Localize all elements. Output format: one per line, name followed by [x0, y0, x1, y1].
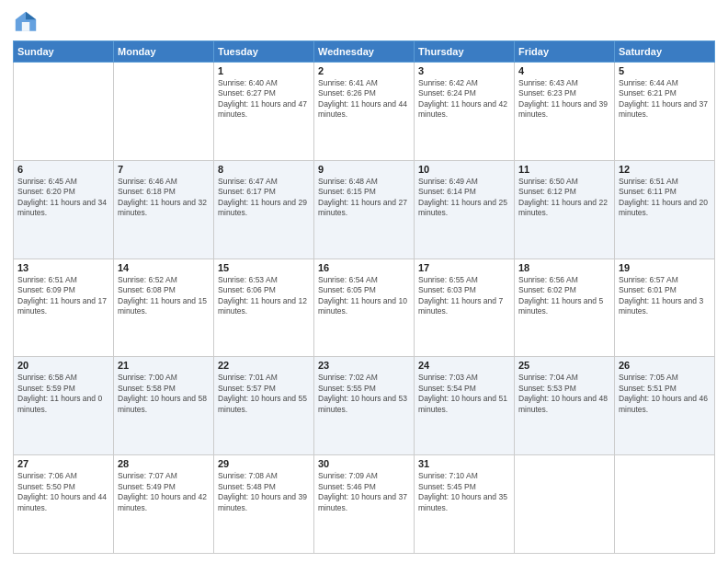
calendar-cell: 24Sunrise: 7:03 AMSunset: 5:54 PMDayligh… [415, 357, 515, 455]
cell-day-number: 8 [218, 164, 310, 175]
calendar-cell: 12Sunrise: 6:51 AMSunset: 6:11 PMDayligh… [615, 160, 715, 259]
calendar-cell [14, 63, 114, 161]
svg-marker-1 [26, 12, 36, 19]
calendar-cell [114, 63, 214, 161]
cell-day-number: 25 [518, 360, 610, 371]
cell-info: Sunrise: 6:40 AMSunset: 6:27 PMDaylight:… [218, 78, 310, 121]
calendar-cell: 10Sunrise: 6:49 AMSunset: 6:14 PMDayligh… [415, 160, 515, 259]
col-header-wednesday: Wednesday [314, 41, 415, 63]
calendar-cell: 5Sunrise: 6:44 AMSunset: 6:21 PMDaylight… [615, 63, 715, 161]
cell-info: Sunrise: 7:06 AMSunset: 5:50 PMDaylight:… [17, 471, 109, 513]
cell-info: Sunrise: 7:04 AMSunset: 5:53 PMDaylight:… [518, 373, 610, 415]
cell-day-number: 16 [318, 262, 410, 273]
cell-info: Sunrise: 6:57 AMSunset: 6:01 PMDaylight:… [619, 275, 711, 317]
calendar-cell: 2Sunrise: 6:41 AMSunset: 6:26 PMDaylight… [314, 63, 415, 161]
cell-day-number: 4 [518, 65, 610, 76]
cell-info: Sunrise: 6:54 AMSunset: 6:05 PMDaylight:… [318, 275, 410, 317]
cell-info: Sunrise: 6:47 AMSunset: 6:17 PMDaylight:… [218, 177, 310, 219]
cell-day-number: 7 [118, 164, 210, 175]
calendar-cell: 25Sunrise: 7:04 AMSunset: 5:53 PMDayligh… [515, 357, 615, 455]
week-row-1: 1Sunrise: 6:40 AMSunset: 6:27 PMDaylight… [14, 63, 715, 161]
col-header-saturday: Saturday [615, 41, 715, 63]
cell-day-number: 28 [118, 458, 210, 469]
calendar-cell: 6Sunrise: 6:45 AMSunset: 6:20 PMDaylight… [14, 160, 114, 259]
calendar-cell: 31Sunrise: 7:10 AMSunset: 5:45 PMDayligh… [415, 455, 515, 554]
cell-day-number: 3 [418, 65, 510, 76]
cell-info: Sunrise: 7:07 AMSunset: 5:49 PMDaylight:… [118, 471, 210, 513]
cell-info: Sunrise: 6:56 AMSunset: 6:02 PMDaylight:… [518, 275, 610, 317]
calendar-cell: 16Sunrise: 6:54 AMSunset: 6:05 PMDayligh… [314, 259, 415, 357]
week-row-3: 13Sunrise: 6:51 AMSunset: 6:09 PMDayligh… [14, 259, 715, 357]
cell-info: Sunrise: 6:50 AMSunset: 6:12 PMDaylight:… [518, 177, 610, 219]
week-row-4: 20Sunrise: 6:58 AMSunset: 5:59 PMDayligh… [14, 357, 715, 455]
logo [13, 9, 42, 35]
week-row-5: 27Sunrise: 7:06 AMSunset: 5:50 PMDayligh… [14, 455, 715, 554]
cell-info: Sunrise: 6:52 AMSunset: 6:08 PMDaylight:… [118, 275, 210, 317]
calendar-cell: 14Sunrise: 6:52 AMSunset: 6:08 PMDayligh… [114, 259, 214, 357]
cell-info: Sunrise: 6:58 AMSunset: 5:59 PMDaylight:… [17, 373, 109, 415]
cell-day-number: 15 [218, 262, 310, 273]
calendar-cell: 27Sunrise: 7:06 AMSunset: 5:50 PMDayligh… [14, 455, 114, 554]
cell-info: Sunrise: 7:03 AMSunset: 5:54 PMDaylight:… [418, 373, 510, 415]
cell-day-number: 1 [218, 65, 310, 76]
calendar-cell: 17Sunrise: 6:55 AMSunset: 6:03 PMDayligh… [415, 259, 515, 357]
cell-info: Sunrise: 7:01 AMSunset: 5:57 PMDaylight:… [218, 373, 310, 415]
calendar-cell: 3Sunrise: 6:42 AMSunset: 6:24 PMDaylight… [415, 63, 515, 161]
cell-info: Sunrise: 7:02 AMSunset: 5:55 PMDaylight:… [318, 373, 410, 415]
cell-day-number: 27 [17, 458, 109, 469]
cell-info: Sunrise: 6:49 AMSunset: 6:14 PMDaylight:… [418, 177, 510, 219]
calendar-cell [515, 455, 615, 554]
cell-day-number: 26 [619, 360, 711, 371]
cell-day-number: 9 [318, 164, 410, 175]
svg-rect-2 [22, 22, 29, 31]
cell-info: Sunrise: 6:46 AMSunset: 6:18 PMDaylight:… [118, 177, 210, 219]
calendar-header: SundayMondayTuesdayWednesdayThursdayFrid… [14, 41, 715, 63]
col-header-friday: Friday [515, 41, 615, 63]
header [13, 9, 715, 35]
cell-day-number: 20 [17, 360, 109, 371]
cell-info: Sunrise: 7:10 AMSunset: 5:45 PMDaylight:… [418, 471, 510, 513]
calendar-cell: 9Sunrise: 6:48 AMSunset: 6:15 PMDaylight… [314, 160, 415, 259]
calendar-cell: 13Sunrise: 6:51 AMSunset: 6:09 PMDayligh… [14, 259, 114, 357]
cell-info: Sunrise: 6:42 AMSunset: 6:24 PMDaylight:… [418, 78, 510, 121]
cell-day-number: 31 [418, 458, 510, 469]
calendar-cell: 20Sunrise: 6:58 AMSunset: 5:59 PMDayligh… [14, 357, 114, 455]
cell-info: Sunrise: 6:41 AMSunset: 6:26 PMDaylight:… [318, 78, 410, 121]
cell-info: Sunrise: 6:51 AMSunset: 6:09 PMDaylight:… [17, 275, 109, 317]
calendar-cell: 7Sunrise: 6:46 AMSunset: 6:18 PMDaylight… [114, 160, 214, 259]
cell-day-number: 22 [218, 360, 310, 371]
page: SundayMondayTuesdayWednesdayThursdayFrid… [0, 0, 728, 563]
calendar-cell: 29Sunrise: 7:08 AMSunset: 5:48 PMDayligh… [214, 455, 314, 554]
calendar-cell: 21Sunrise: 7:00 AMSunset: 5:58 PMDayligh… [114, 357, 214, 455]
calendar-cell: 22Sunrise: 7:01 AMSunset: 5:57 PMDayligh… [214, 357, 314, 455]
cell-day-number: 18 [518, 262, 610, 273]
calendar-cell: 8Sunrise: 6:47 AMSunset: 6:17 PMDaylight… [214, 160, 314, 259]
calendar-cell: 4Sunrise: 6:43 AMSunset: 6:23 PMDaylight… [515, 63, 615, 161]
cell-day-number: 6 [17, 164, 109, 175]
cell-info: Sunrise: 6:53 AMSunset: 6:06 PMDaylight:… [218, 275, 310, 317]
cell-info: Sunrise: 6:45 AMSunset: 6:20 PMDaylight:… [17, 177, 109, 219]
cell-info: Sunrise: 7:08 AMSunset: 5:48 PMDaylight:… [218, 471, 310, 513]
col-header-sunday: Sunday [14, 41, 114, 63]
week-row-2: 6Sunrise: 6:45 AMSunset: 6:20 PMDaylight… [14, 160, 715, 259]
cell-day-number: 19 [619, 262, 711, 273]
col-header-thursday: Thursday [415, 41, 515, 63]
cell-info: Sunrise: 6:51 AMSunset: 6:11 PMDaylight:… [619, 177, 711, 219]
cell-day-number: 14 [118, 262, 210, 273]
cell-day-number: 10 [418, 164, 510, 175]
cell-day-number: 13 [17, 262, 109, 273]
cell-day-number: 21 [118, 360, 210, 371]
cell-day-number: 12 [619, 164, 711, 175]
cell-info: Sunrise: 6:43 AMSunset: 6:23 PMDaylight:… [518, 78, 610, 121]
cell-info: Sunrise: 6:44 AMSunset: 6:21 PMDaylight:… [619, 78, 711, 121]
col-header-tuesday: Tuesday [214, 41, 314, 63]
header-row: SundayMondayTuesdayWednesdayThursdayFrid… [14, 41, 715, 63]
calendar-cell: 28Sunrise: 7:07 AMSunset: 5:49 PMDayligh… [114, 455, 214, 554]
cell-info: Sunrise: 7:05 AMSunset: 5:51 PMDaylight:… [619, 373, 711, 415]
cell-info: Sunrise: 6:55 AMSunset: 6:03 PMDaylight:… [418, 275, 510, 317]
cell-day-number: 29 [218, 458, 310, 469]
calendar-cell [615, 455, 715, 554]
cell-info: Sunrise: 6:48 AMSunset: 6:15 PMDaylight:… [318, 177, 410, 219]
cell-info: Sunrise: 7:00 AMSunset: 5:58 PMDaylight:… [118, 373, 210, 415]
cell-info: Sunrise: 7:09 AMSunset: 5:46 PMDaylight:… [318, 471, 410, 513]
